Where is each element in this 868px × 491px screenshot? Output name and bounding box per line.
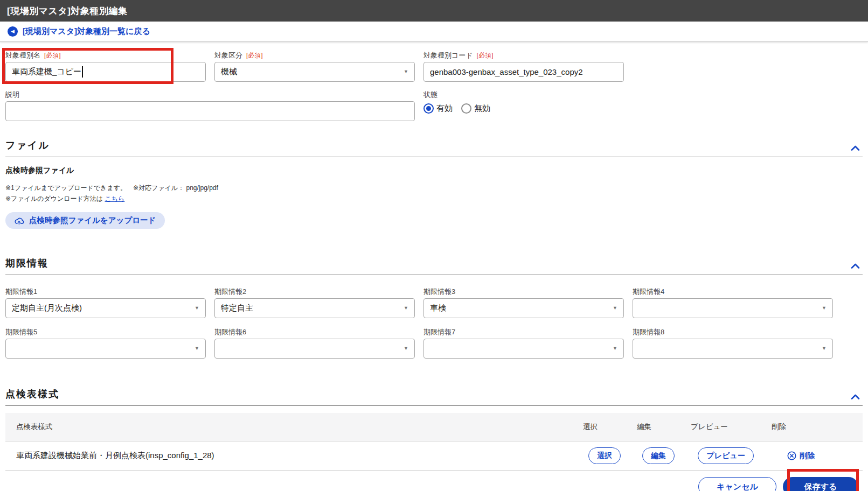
deadline-field-2: 期限情報2 特定自主 ▼: [214, 288, 415, 318]
delete-button[interactable]: 削除: [784, 451, 818, 461]
download-howto-link[interactable]: こちら: [105, 195, 124, 202]
deadline-2-select[interactable]: 特定自主 ▼: [214, 298, 415, 318]
deadline-2-value: 特定自主: [221, 303, 253, 313]
description-field: 説明: [5, 91, 415, 121]
inspection-section: 点検表様式 点検表様式 選択 編集 プレビュー 削除 車両系建設機械始業前・月例…: [5, 388, 863, 471]
inspection-table-row: 車両系建設機械始業前・月例点検表(insp_config_1_28) 選択 編集…: [5, 441, 863, 471]
column-header-preview: プレビュー: [685, 422, 766, 432]
deadline-8-select[interactable]: ▼: [633, 339, 833, 359]
required-badge: [必須]: [44, 52, 61, 59]
select-button[interactable]: 選択: [588, 447, 621, 464]
deadline-field-6: 期限情報6 ▼: [214, 328, 415, 359]
footer-actions: キャンセル 保存する: [5, 477, 863, 491]
status-label: 状態: [423, 91, 438, 99]
asset-type-code-field: 対象種別コード [必須] genba003-genbax_asset_type_…: [423, 52, 624, 82]
asset-category-select[interactable]: 機械 ▼: [214, 62, 415, 82]
asset-type-name-field: 対象種別名 [必須] 車両系建機_コピー: [5, 52, 206, 82]
status-disabled-label: 無効: [474, 103, 490, 114]
deadline-7-label: 期限情報7: [423, 328, 455, 336]
cancel-button[interactable]: キャンセル: [698, 477, 776, 491]
asset-type-code-label: 対象種別コード: [423, 52, 473, 59]
deadline-4-label: 期限情報4: [633, 288, 664, 296]
asset-type-code-value: genba003-genbax_asset_type_023_copy2: [430, 67, 583, 76]
chevron-down-icon: ▼: [822, 306, 827, 311]
back-arrow-icon[interactable]: ◀: [8, 26, 18, 37]
inspection-table: 点検表様式 選択 編集 プレビュー 削除 車両系建設機械始業前・月例点検表(in…: [5, 413, 863, 471]
deadline-7-select[interactable]: ▼: [423, 339, 624, 359]
preview-button[interactable]: プレビュー: [698, 447, 753, 464]
deadline-6-select[interactable]: ▼: [214, 339, 415, 359]
column-header-select: 選択: [578, 422, 631, 432]
deadline-6-label: 期限情報6: [214, 328, 246, 336]
chevron-down-icon: ▼: [613, 346, 617, 351]
deadline-3-label: 期限情報3: [423, 288, 455, 296]
required-badge: [必須]: [246, 52, 263, 59]
deadline-field-3: 期限情報3 車検 ▼: [423, 288, 624, 318]
deadline-3-select[interactable]: 車検 ▼: [423, 298, 624, 318]
upload-reference-file-button[interactable]: 点検時参照ファイルをアップロード: [5, 212, 165, 229]
chevron-up-icon: [850, 393, 860, 401]
asset-type-name-value: 車両系建機_コピー: [12, 67, 81, 77]
file-note-line1: ※1ファイルまでアップロードできます。 ※対応ファイル： png/jpg/pdf: [5, 183, 863, 193]
back-navigation-bar: ◀ [現場別マスタ]対象種別一覧に戻る: [0, 22, 868, 42]
deadline-1-select[interactable]: 定期自主(月次点検) ▼: [5, 298, 206, 318]
file-note-line2-text: ※ファイルのダウンロード方法は: [5, 195, 105, 202]
file-section-title: ファイル: [5, 139, 50, 152]
asset-type-code-input[interactable]: genba003-genbax_asset_type_023_copy2: [423, 62, 624, 82]
deadline-field-7: 期限情報7 ▼: [423, 328, 624, 359]
inspection-table-header: 点検表様式 選択 編集 プレビュー 削除: [5, 413, 863, 441]
status-radio-enabled[interactable]: 有効: [423, 103, 453, 114]
inspection-section-title: 点検表様式: [5, 388, 59, 401]
deadline-field-1: 期限情報1 定期自主(月次点検) ▼: [5, 288, 206, 318]
asset-type-name-input[interactable]: 車両系建機_コピー: [5, 62, 206, 82]
chevron-up-icon: [850, 262, 860, 270]
deadline-2-label: 期限情報2: [214, 288, 246, 296]
delete-button-label: 削除: [800, 451, 815, 461]
chevron-down-icon: ▼: [613, 306, 617, 311]
collapse-inspection-section-button[interactable]: [848, 393, 863, 401]
column-header-edit: 編集: [631, 422, 685, 432]
deadline-1-label: 期限情報1: [5, 288, 37, 296]
window-title-bar: [現場別マスタ]対象種別編集: [0, 0, 868, 22]
deadline-section: 期限情報 期限情報1 定期自主(月次点検) ▼ 期限情報2 特定自主 ▼: [5, 257, 863, 359]
file-notes: ※1ファイルまでアップロードできます。 ※対応ファイル： png/jpg/pdf…: [5, 183, 863, 204]
deadline-5-label: 期限情報5: [5, 328, 37, 336]
chevron-up-icon: [850, 144, 860, 152]
description-input[interactable]: [5, 101, 415, 121]
column-header-delete: 削除: [766, 422, 863, 432]
required-badge: [必須]: [477, 52, 494, 59]
status-field: 状態 有効 無効: [423, 91, 624, 121]
asset-category-field: 対象区分 [必須] 機械 ▼: [214, 52, 415, 82]
page-title: [現場別マスタ]対象種別編集: [7, 5, 128, 17]
file-section: ファイル 点検時参照ファイル ※1ファイルまでアップロードできます。 ※対応ファ…: [5, 139, 863, 229]
deadline-field-5: 期限情報5 ▼: [5, 328, 206, 359]
deadline-1-value: 定期自主(月次点検): [12, 303, 82, 313]
radio-unselected-icon: [461, 103, 471, 114]
file-note-line2: ※ファイルのダウンロード方法は こちら: [5, 193, 863, 204]
collapse-file-section-button[interactable]: [848, 144, 863, 152]
asset-category-label: 対象区分: [214, 52, 242, 59]
save-button[interactable]: 保存する: [783, 477, 858, 491]
deadline-8-label: 期限情報8: [633, 328, 664, 336]
status-radio-disabled[interactable]: 無効: [461, 103, 490, 114]
chevron-down-icon: ▼: [822, 346, 827, 351]
deadline-4-select[interactable]: ▼: [633, 298, 833, 318]
back-link[interactable]: [現場別マスタ]対象種別一覧に戻る: [23, 26, 150, 37]
main-content: 対象種別名 [必須] 車両系建機_コピー 対象区分 [必須] 機械 ▼ 対象種別…: [0, 42, 868, 491]
asset-type-name-label: 対象種別名: [5, 52, 40, 59]
upload-button-label: 点検時参照ファイルをアップロード: [29, 215, 156, 226]
deadline-section-title: 期限情報: [5, 257, 48, 270]
chevron-down-icon: ▼: [404, 69, 408, 74]
edit-button[interactable]: 編集: [642, 447, 675, 464]
status-enabled-label: 有効: [436, 103, 453, 114]
form-row-2: 説明 状態 有効 無効: [5, 91, 863, 121]
deadline-3-value: 車検: [430, 303, 446, 313]
chevron-down-icon: ▼: [404, 346, 408, 351]
collapse-deadline-section-button[interactable]: [848, 262, 863, 270]
deadline-grid: 期限情報1 定期自主(月次点検) ▼ 期限情報2 特定自主 ▼ 期限情報3 車検…: [5, 288, 863, 359]
deadline-field-8: 期限情報8 ▼: [633, 328, 833, 359]
chevron-down-icon: ▼: [404, 306, 408, 311]
asset-category-value: 機械: [221, 67, 237, 77]
chevron-down-icon: ▼: [195, 346, 199, 351]
deadline-5-select[interactable]: ▼: [5, 339, 206, 359]
